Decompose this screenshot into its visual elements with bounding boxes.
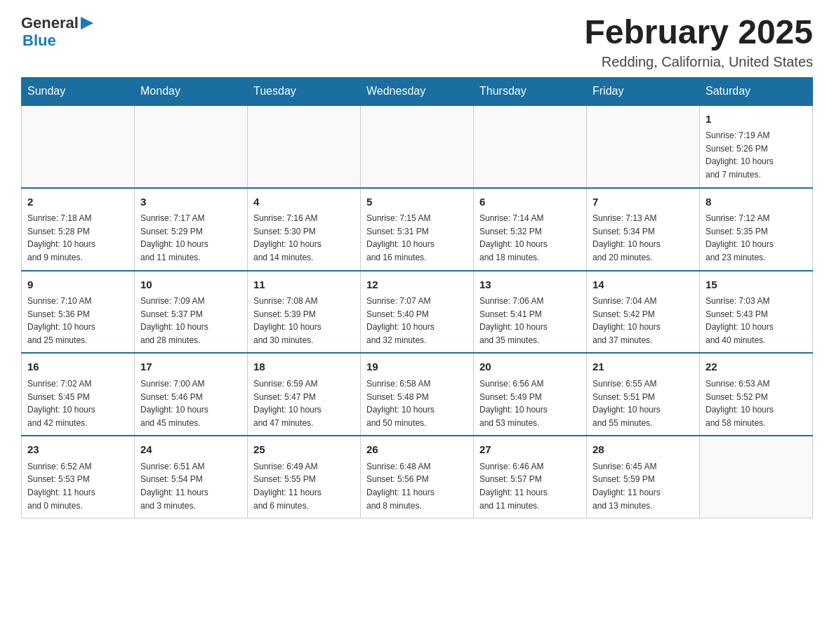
day-info: Sunrise: 7:14 AMSunset: 5:32 PMDaylight:… [479,212,581,264]
table-row [700,436,813,518]
table-row [361,105,474,188]
day-number: 7 [593,194,694,210]
table-row: 8Sunrise: 7:12 AMSunset: 5:35 PMDaylight… [700,188,813,271]
table-row: 7Sunrise: 7:13 AMSunset: 5:34 PMDaylight… [587,188,700,271]
table-row: 20Sunrise: 6:56 AMSunset: 5:49 PMDayligh… [474,353,587,436]
table-row: 17Sunrise: 7:00 AMSunset: 5:46 PMDayligh… [135,353,248,436]
day-info: Sunrise: 6:59 AMSunset: 5:47 PMDaylight:… [253,377,355,429]
day-info: Sunrise: 6:55 AMSunset: 5:51 PMDaylight:… [593,377,694,429]
day-number: 20 [479,359,581,375]
day-info: Sunrise: 7:18 AMSunset: 5:28 PMDaylight:… [27,212,128,264]
day-number: 16 [27,359,128,375]
table-row: 18Sunrise: 6:59 AMSunset: 5:47 PMDayligh… [248,353,361,436]
day-number: 14 [593,277,694,293]
day-number: 13 [479,277,581,293]
day-info: Sunrise: 6:45 AMSunset: 5:59 PMDaylight:… [593,460,694,512]
table-row: 23Sunrise: 6:52 AMSunset: 5:53 PMDayligh… [22,436,135,518]
day-number: 26 [366,442,468,458]
col-thursday: Thursday [474,77,587,105]
day-info: Sunrise: 6:51 AMSunset: 5:54 PMDaylight:… [140,460,241,512]
calendar-week-row: 2Sunrise: 7:18 AMSunset: 5:28 PMDaylight… [22,188,813,271]
table-row: 14Sunrise: 7:04 AMSunset: 5:42 PMDayligh… [587,271,700,354]
table-row: 26Sunrise: 6:48 AMSunset: 5:56 PMDayligh… [361,436,474,518]
day-number: 4 [253,194,355,210]
day-number: 6 [479,194,581,210]
day-info: Sunrise: 7:06 AMSunset: 5:41 PMDaylight:… [479,295,581,347]
table-row: 6Sunrise: 7:14 AMSunset: 5:32 PMDaylight… [474,188,587,271]
calendar-week-row: 9Sunrise: 7:10 AMSunset: 5:36 PMDaylight… [22,271,813,354]
calendar-header-row: Sunday Monday Tuesday Wednesday Thursday… [22,77,813,105]
table-row: 10Sunrise: 7:09 AMSunset: 5:37 PMDayligh… [135,271,248,354]
day-info: Sunrise: 6:52 AMSunset: 5:53 PMDaylight:… [27,460,128,512]
month-title: February 2025 [584,14,813,51]
table-row: 13Sunrise: 7:06 AMSunset: 5:41 PMDayligh… [474,271,587,354]
table-row: 11Sunrise: 7:08 AMSunset: 5:39 PMDayligh… [248,271,361,354]
day-info: Sunrise: 6:49 AMSunset: 5:55 PMDaylight:… [253,460,355,512]
day-info: Sunrise: 7:19 AMSunset: 5:26 PMDaylight:… [706,129,807,181]
location-title: Redding, California, United States [584,54,813,70]
table-row [587,105,700,188]
day-info: Sunrise: 7:12 AMSunset: 5:35 PMDaylight:… [706,212,807,264]
day-number: 9 [27,277,128,293]
day-info: Sunrise: 6:46 AMSunset: 5:57 PMDaylight:… [479,460,581,512]
day-info: Sunrise: 6:53 AMSunset: 5:52 PMDaylight:… [706,377,807,429]
day-number: 15 [706,277,807,293]
day-number: 8 [706,194,807,210]
col-sunday: Sunday [22,77,135,105]
table-row: 5Sunrise: 7:15 AMSunset: 5:31 PMDaylight… [361,188,474,271]
calendar-week-row: 23Sunrise: 6:52 AMSunset: 5:53 PMDayligh… [22,436,813,518]
logo-general-text: General [21,15,79,32]
svg-marker-0 [81,17,93,29]
table-row: 27Sunrise: 6:46 AMSunset: 5:57 PMDayligh… [474,436,587,518]
day-info: Sunrise: 6:56 AMSunset: 5:49 PMDaylight:… [479,377,581,429]
day-number: 22 [706,359,807,375]
logo-blue-text: Blue [22,32,93,49]
day-info: Sunrise: 7:08 AMSunset: 5:39 PMDaylight:… [253,295,355,347]
table-row: 12Sunrise: 7:07 AMSunset: 5:40 PMDayligh… [361,271,474,354]
table-row: 28Sunrise: 6:45 AMSunset: 5:59 PMDayligh… [587,436,700,518]
logo-arrow-icon [81,17,93,29]
col-tuesday: Tuesday [248,77,361,105]
logo: General Blue [21,14,93,49]
day-info: Sunrise: 7:09 AMSunset: 5:37 PMDaylight:… [140,295,241,347]
day-info: Sunrise: 6:48 AMSunset: 5:56 PMDaylight:… [366,460,468,512]
col-friday: Friday [587,77,700,105]
day-info: Sunrise: 7:17 AMSunset: 5:29 PMDaylight:… [140,212,241,264]
calendar-week-row: 16Sunrise: 7:02 AMSunset: 5:45 PMDayligh… [22,353,813,436]
day-number: 25 [253,442,355,458]
table-row: 19Sunrise: 6:58 AMSunset: 5:48 PMDayligh… [361,353,474,436]
table-row [135,105,248,188]
day-number: 23 [27,442,128,458]
col-saturday: Saturday [700,77,813,105]
day-info: Sunrise: 7:02 AMSunset: 5:45 PMDaylight:… [27,377,128,429]
table-row: 15Sunrise: 7:03 AMSunset: 5:43 PMDayligh… [700,271,813,354]
col-wednesday: Wednesday [361,77,474,105]
table-row [474,105,587,188]
day-number: 18 [253,359,355,375]
day-info: Sunrise: 7:07 AMSunset: 5:40 PMDaylight:… [366,295,468,347]
day-info: Sunrise: 7:03 AMSunset: 5:43 PMDaylight:… [706,295,807,347]
day-number: 19 [366,359,468,375]
table-row: 22Sunrise: 6:53 AMSunset: 5:52 PMDayligh… [700,353,813,436]
table-row [248,105,361,188]
day-info: Sunrise: 7:10 AMSunset: 5:36 PMDaylight:… [27,295,128,347]
title-block: February 2025 Redding, California, Unite… [584,14,813,70]
day-number: 12 [366,277,468,293]
day-number: 5 [366,194,468,210]
day-number: 11 [253,277,355,293]
day-info: Sunrise: 7:15 AMSunset: 5:31 PMDaylight:… [366,212,468,264]
calendar-table: Sunday Monday Tuesday Wednesday Thursday… [21,77,813,518]
table-row: 9Sunrise: 7:10 AMSunset: 5:36 PMDaylight… [22,271,135,354]
day-number: 24 [140,442,241,458]
day-number: 2 [27,194,128,210]
day-info: Sunrise: 7:16 AMSunset: 5:30 PMDaylight:… [253,212,355,264]
table-row: 25Sunrise: 6:49 AMSunset: 5:55 PMDayligh… [248,436,361,518]
table-row: 21Sunrise: 6:55 AMSunset: 5:51 PMDayligh… [587,353,700,436]
day-number: 28 [593,442,694,458]
table-row: 3Sunrise: 7:17 AMSunset: 5:29 PMDaylight… [135,188,248,271]
day-info: Sunrise: 7:00 AMSunset: 5:46 PMDaylight:… [140,377,241,429]
day-number: 1 [706,112,807,128]
day-number: 10 [140,277,241,293]
table-row: 24Sunrise: 6:51 AMSunset: 5:54 PMDayligh… [135,436,248,518]
day-info: Sunrise: 6:58 AMSunset: 5:48 PMDaylight:… [366,377,468,429]
